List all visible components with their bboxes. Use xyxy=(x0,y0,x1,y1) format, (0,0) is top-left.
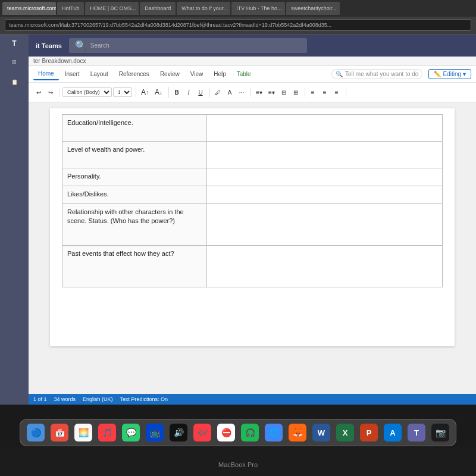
table-cell-content[interactable] xyxy=(206,204,442,246)
tab-label: HotTub xyxy=(62,5,79,11)
grow-shrink-group: A↑ A↓ xyxy=(139,87,169,98)
align-right-button[interactable]: ≡ xyxy=(331,88,342,97)
shrink-font-button[interactable]: A↓ xyxy=(152,87,165,98)
active-tab[interactable]: teams.microsoft.com xyxy=(2,2,56,15)
dock-item-store[interactable]: A xyxy=(382,422,403,443)
dock-item-chrome[interactable]: 🌐 xyxy=(263,422,284,443)
tab-insert[interactable]: Insert xyxy=(60,68,84,80)
nav-item-work[interactable]: ⊞ xyxy=(4,54,25,70)
underline-button[interactable]: U xyxy=(195,88,206,97)
dock-item-sonos[interactable]: 🔊 xyxy=(168,422,189,443)
table-cell-content[interactable] xyxy=(206,186,442,204)
table-cell-content[interactable] xyxy=(206,142,442,168)
tab-whattodo[interactable]: What to do if your... xyxy=(177,2,230,15)
firefox-icon: 🦊 xyxy=(289,424,306,441)
tab-home-label: Home xyxy=(38,70,54,77)
highlight-color-button[interactable]: 🖊 xyxy=(212,88,223,97)
search-icon: 🔍 xyxy=(336,71,343,77)
table-cell-label: Education/Intelligence. xyxy=(62,115,207,142)
dock-item-music2[interactable]: 🎶 xyxy=(192,422,213,443)
align-left-button[interactable]: ≡ xyxy=(308,88,318,97)
bullet-list-button[interactable]: ≡▾ xyxy=(253,88,265,97)
tab-dashboard[interactable]: Dashboard xyxy=(140,2,176,15)
tab-help[interactable]: Help xyxy=(209,68,231,80)
tell-me-text: Tell me what you want to do xyxy=(345,71,418,77)
tab-label: teams.microsoft.com xyxy=(7,5,56,11)
pencil-icon: ✏️ xyxy=(434,71,441,77)
tab-review-label: Review xyxy=(160,71,180,77)
word-icon: W xyxy=(312,424,330,441)
tab-home[interactable]: HOME | BC OMS... xyxy=(85,2,139,15)
font-color-button[interactable]: A xyxy=(224,88,235,97)
teams-sidebar: T ⊞ 📋 xyxy=(0,35,29,405)
tab-review[interactable]: Review xyxy=(155,68,184,80)
tab-help-label: Help xyxy=(214,71,226,77)
word-count: 34 words xyxy=(54,396,76,402)
table-cell-content[interactable] xyxy=(206,115,442,142)
word-title-bar: ter Breakdown.docx xyxy=(29,57,476,66)
dock-item-excel[interactable]: X xyxy=(334,422,356,443)
dock-item-messages[interactable]: 💬 xyxy=(120,422,142,443)
dock-item-facetime[interactable]: 📷 xyxy=(430,422,451,443)
address-bar[interactable]: teams.microsoft.com/l/tab:3717002657/19:… xyxy=(5,19,471,31)
sonos-icon: 🔊 xyxy=(170,424,187,441)
url-text: teams.microsoft.com/l/tab:3717002657/19:… xyxy=(9,22,331,28)
dock-item-word[interactable]: W xyxy=(311,422,332,443)
nav-item-training[interactable]: 📋 xyxy=(4,74,25,90)
dock-item-spotify[interactable]: 🎧 xyxy=(239,422,261,443)
tab-home[interactable]: Home xyxy=(33,68,59,80)
numbered-list-button[interactable]: ≡▾ xyxy=(266,88,277,97)
tab-label: What to do if your... xyxy=(181,5,228,11)
dock-item-nope[interactable]: ⛔ xyxy=(215,422,237,443)
tab-label: sweetcharitychoir... xyxy=(291,5,337,11)
table-cell-content[interactable] xyxy=(206,168,442,186)
editing-button[interactable]: ✏️ Editing ▾ xyxy=(428,69,471,79)
tab-charity[interactable]: sweetcharitychoir... xyxy=(286,2,340,15)
tab-references[interactable]: References xyxy=(114,68,154,80)
indent-button[interactable]: ⊟ xyxy=(278,88,289,97)
dock-item-teams[interactable]: T xyxy=(406,422,427,443)
dock-item-sky[interactable]: 📺 xyxy=(144,422,165,443)
grow-font-button[interactable]: A↑ xyxy=(139,87,151,98)
table-cell-label: Personality. xyxy=(62,168,207,186)
dock-item-finder[interactable]: 🔵 xyxy=(25,422,46,443)
finder-icon: 🔵 xyxy=(27,424,45,441)
tell-me-box[interactable]: 🔍 Tell me what you want to do xyxy=(331,69,422,79)
editing-label: Editing xyxy=(443,71,461,77)
excel-icon: X xyxy=(336,424,354,441)
redo-button[interactable]: ↪ xyxy=(45,88,56,97)
font-selector[interactable]: Calibri (Body) xyxy=(62,87,112,97)
tab-layout-label: Layout xyxy=(90,71,108,77)
bold-button[interactable]: B xyxy=(171,88,182,97)
dock-item-music[interactable]: 🎵 xyxy=(96,422,118,443)
font-group: Calibri (Body) 11 xyxy=(62,87,136,97)
outdent-button[interactable]: ⊞ xyxy=(290,88,301,97)
apple-music-icon: 🎶 xyxy=(193,424,211,441)
tab-table-label: Table xyxy=(237,71,251,77)
tab-hottub[interactable]: HotTub xyxy=(57,2,84,15)
tab-references-label: References xyxy=(119,71,149,77)
teams-logo: T xyxy=(12,39,16,48)
main-content: it Teams 🔍 Search ter Breakdown.docx Hom… xyxy=(29,35,476,405)
italic-button[interactable]: I xyxy=(183,88,194,97)
dock-container: 🔵 📅 🌅 🎵 💬 📺 🔊 🎶 xyxy=(0,419,476,446)
dock-item-calendar[interactable]: 📅 xyxy=(49,422,70,443)
tab-table[interactable]: Table xyxy=(232,68,256,80)
browser-chrome: teams.microsoft.com HotTub HOME | BC OMS… xyxy=(0,0,476,35)
font-size-selector[interactable]: 11 xyxy=(113,87,132,97)
page-status: 1 of 1 xyxy=(33,396,47,402)
more-options-button[interactable]: ··· xyxy=(236,88,247,97)
table-cell-content[interactable] xyxy=(206,246,442,287)
teams-search-box[interactable]: 🔍 Search xyxy=(69,38,307,53)
dock-item-photos[interactable]: 🌅 xyxy=(73,422,94,443)
dock-item-firefox[interactable]: 🦊 xyxy=(287,422,308,443)
tab-itv[interactable]: ITV Hub - The ho... xyxy=(231,2,285,15)
ribbon-tabs: Home Insert Layout References Review xyxy=(29,66,476,83)
tab-view[interactable]: View xyxy=(186,68,208,80)
tab-view-label: View xyxy=(190,71,203,77)
dock-item-powerpoint[interactable]: P xyxy=(358,422,380,443)
format-group: B I U xyxy=(171,88,210,97)
tab-layout[interactable]: Layout xyxy=(86,68,113,80)
undo-button[interactable]: ↩ xyxy=(33,88,44,97)
align-center-button[interactable]: ≡ xyxy=(320,88,330,97)
